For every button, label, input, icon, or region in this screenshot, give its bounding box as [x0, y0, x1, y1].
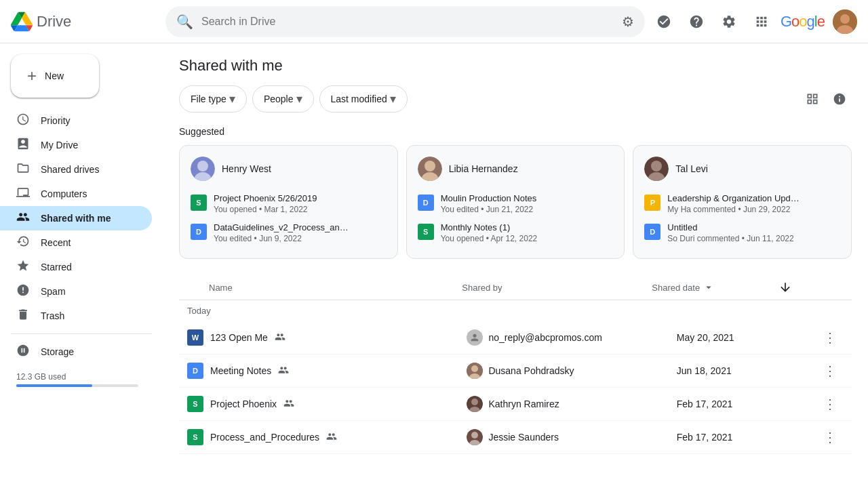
- main-content: Shared with me File type ▾ People ▾ Last…: [163, 43, 868, 488]
- card-file-0-1[interactable]: D DataGuidelines_v2_Process_and_Pr... Yo…: [191, 218, 387, 247]
- table-row-0[interactable]: W 123 Open Me no_reply@abcpromos.com May…: [179, 321, 852, 354]
- topbar: Drive 🔍 ⚙ Google: [0, 0, 868, 43]
- card-file-1-1[interactable]: S Monthly Notes (1) You opened • Apr 12,…: [418, 218, 614, 247]
- file-name-0-1: DataGuidelines_v2_Process_and_Pr...: [214, 222, 349, 232]
- trash-icon: [16, 308, 30, 325]
- suggested-card-1[interactable]: Libia Hernandez D Moulin Production Note…: [406, 145, 625, 259]
- more-options-2[interactable]: ⋮: [819, 393, 841, 415]
- svg-point-13: [471, 365, 478, 372]
- help-icon-btn[interactable]: [683, 8, 710, 35]
- app-name: Drive: [37, 13, 71, 30]
- file-meta-1-1: You opened • Apr 12, 2022: [441, 234, 614, 243]
- col-shareddate-header[interactable]: Shared date: [652, 281, 778, 293]
- apps-icon-btn[interactable]: [748, 8, 775, 35]
- sidebar-item-recent[interactable]: Recent: [0, 230, 152, 255]
- sidebar-item-priority[interactable]: Priority: [0, 108, 152, 133]
- row-sharedby-2: Kathryn Ramirez: [467, 396, 676, 412]
- file-meta-0-0: You opened • Mar 1, 2022: [214, 205, 387, 214]
- shared-icon-2: [283, 398, 294, 411]
- row-name-0: W 123 Open Me: [187, 329, 467, 346]
- sidebar-item-my-drive[interactable]: My Drive: [0, 133, 152, 157]
- card-file-1-0[interactable]: D Moulin Production Notes You edited • J…: [418, 189, 614, 218]
- file-name-0-0: Project Phoenix 5/26/2019: [214, 193, 349, 203]
- file-type-filter[interactable]: File type ▾: [179, 85, 247, 113]
- sidebar-item-starred[interactable]: Starred: [0, 255, 152, 279]
- sheets-icon-0-0: S: [191, 195, 207, 211]
- avatar-1: [467, 363, 483, 379]
- filters-bar: File type ▾ People ▾ Last modified ▾: [179, 85, 852, 113]
- sidebar-item-storage[interactable]: Storage: [0, 340, 152, 364]
- sidebar-item-shared-drives-label: Shared drives: [41, 164, 99, 175]
- checklist-icon: [656, 14, 671, 29]
- slides-icon-2-0: P: [644, 195, 660, 211]
- more-options-1[interactable]: ⋮: [819, 360, 841, 382]
- search-bar[interactable]: 🔍 ⚙: [165, 6, 645, 37]
- file-info-1-0: Moulin Production Notes You edited • Jun…: [441, 193, 614, 214]
- table-row-1[interactable]: D Meeting Notes Dusana Pohdradsky Jun 18…: [179, 354, 852, 388]
- info-btn[interactable]: [827, 87, 852, 111]
- storage-used-text: 12.3 GB used: [16, 372, 146, 382]
- card-avatar-1: [418, 157, 442, 181]
- apps-icon: [754, 14, 769, 29]
- row-name-2: S Project Phoenix: [187, 396, 467, 412]
- new-button[interactable]: + New: [11, 54, 99, 98]
- file-meta-1-0: You edited • Jun 21, 2022: [441, 205, 614, 214]
- help-icon: [689, 14, 704, 29]
- shared-with-me-icon: [16, 210, 30, 227]
- last-modified-filter[interactable]: Last modified ▾: [319, 85, 408, 113]
- shared-icon-3: [326, 431, 337, 444]
- logo-area: Drive: [11, 11, 160, 33]
- search-input[interactable]: [201, 16, 614, 28]
- avatar-2: [467, 396, 483, 412]
- user-avatar[interactable]: [833, 9, 857, 34]
- last-modified-label: Last modified: [331, 94, 387, 104]
- sidebar-item-shared-drives[interactable]: Shared drives: [0, 157, 152, 182]
- people-filter[interactable]: People ▾: [252, 85, 314, 113]
- row-shareddate-2: Feb 17, 2021: [677, 399, 816, 409]
- search-filter-icon[interactable]: ⚙: [622, 14, 634, 30]
- grid-view-btn[interactable]: [800, 87, 825, 111]
- sidebar-item-priority-label: Priority: [41, 115, 71, 126]
- settings-icon-btn[interactable]: [715, 8, 743, 35]
- file-type-label: File type: [191, 94, 226, 104]
- docs-icon-1-0: D: [418, 195, 434, 211]
- view-controls: [800, 87, 852, 111]
- sheets-icon-row-2: S: [187, 396, 203, 412]
- sidebar-item-trash[interactable]: Trash: [0, 304, 152, 328]
- settings-icon: [722, 14, 736, 29]
- suggested-card-0[interactable]: Henry West S Project Phoenix 5/26/2019 Y…: [179, 145, 398, 259]
- svg-point-10: [651, 161, 662, 171]
- table-row-3[interactable]: S Process_and_Procedures Jessie Saunders…: [179, 421, 852, 454]
- sidebar-item-spam[interactable]: Spam: [0, 279, 152, 304]
- suggested-card-2[interactable]: Tal Levi P Leadership & Organization Upd…: [633, 145, 852, 259]
- docs-icon-0-1: D: [191, 224, 207, 240]
- file-info-0-1: DataGuidelines_v2_Process_and_Pr... You …: [214, 222, 387, 243]
- card-name-2: Tal Levi: [675, 163, 707, 174]
- svg-point-1: [840, 14, 850, 24]
- card-file-0-0[interactable]: S Project Phoenix 5/26/2019 You opened •…: [191, 189, 387, 218]
- people-chevron: ▾: [296, 92, 302, 106]
- card-file-2-0[interactable]: P Leadership & Organization Updates My H…: [644, 189, 840, 218]
- sidebar-item-computers[interactable]: Computers: [0, 182, 152, 206]
- checklist-icon-btn[interactable]: [650, 8, 677, 35]
- layout: + New Priority My Drive Shared drives: [0, 43, 868, 488]
- card-file-2-1[interactable]: D Untitled So Duri commented • Jun 11, 2…: [644, 218, 840, 247]
- file-info-1-1: Monthly Notes (1) You opened • Apr 12, 2…: [441, 222, 614, 243]
- card-avatar-2: [644, 157, 669, 181]
- storage-fill: [16, 384, 92, 387]
- starred-icon: [16, 259, 30, 276]
- more-options-3[interactable]: ⋮: [819, 426, 841, 448]
- more-options-0[interactable]: ⋮: [819, 327, 841, 348]
- sidebar-item-shared-with-me-label: Shared with me: [41, 213, 111, 224]
- row-shareddate-3: Feb 17, 2021: [677, 432, 816, 443]
- sidebar-item-storage-label: Storage: [41, 346, 74, 357]
- suggested-cards: Henry West S Project Phoenix 5/26/2019 Y…: [179, 145, 852, 259]
- avatar-image: [833, 9, 857, 34]
- file-info-0-0: Project Phoenix 5/26/2019 You opened • M…: [214, 193, 387, 214]
- file-name-2-1: Untitled: [667, 222, 803, 232]
- shared-drives-icon: [16, 161, 30, 178]
- table-row-2[interactable]: S Project Phoenix Kathryn Ramirez Feb 17…: [179, 388, 852, 421]
- sidebar-item-shared-with-me[interactable]: Shared with me: [0, 206, 152, 230]
- section-today: Today: [179, 300, 852, 321]
- my-drive-icon: [16, 137, 30, 154]
